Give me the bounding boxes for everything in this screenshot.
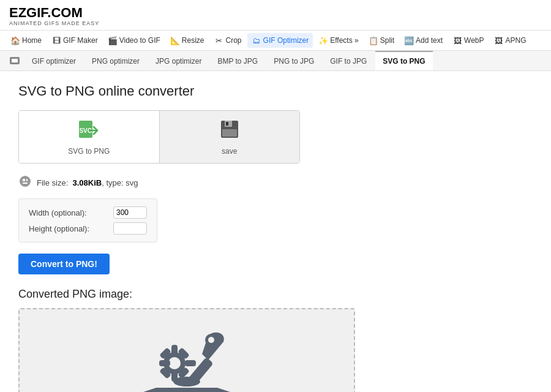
nav-gif-maker-label: GIF Maker: [63, 36, 98, 45]
svg-rect-11: [23, 183, 28, 184]
sub-nav: GIF optimizer PNG optimizer JPG optimize…: [0, 51, 551, 71]
svg-rect-8: [226, 122, 228, 126]
nav-crop-label: Crop: [226, 36, 242, 45]
save-label: save: [222, 147, 237, 156]
convert-button[interactable]: Convert to PNG!: [18, 254, 110, 274]
split-icon: 📋: [369, 36, 378, 45]
subnav-svg-to-png-label: SVG to PNG: [383, 57, 425, 66]
nav-gif-optimizer[interactable]: 🗂 GIF Optimizer: [247, 33, 313, 48]
effects-icon: ✨: [318, 36, 328, 45]
file-info-row: File size: 3.08KiB, type: svg: [18, 175, 533, 191]
subnav-gif-to-jpg[interactable]: GIF to JPG: [323, 51, 374, 70]
svg-point-26: [173, 377, 200, 386]
width-row: Width (optional):: [29, 206, 147, 219]
subnav-png-optimizer-label: PNG optimizer: [92, 57, 140, 66]
nav-webp-label: WebP: [464, 36, 484, 45]
header: EZGIF.COM ANIMATED GIFS MADE EASY: [0, 0, 551, 31]
nav-add-text[interactable]: 🔤 Add text: [400, 33, 447, 48]
nav-gif-optimizer-label: GIF Optimizer: [263, 36, 309, 45]
svg-to-png-option[interactable]: SVG SVG to PNG: [19, 111, 160, 163]
file-size-value: 3.08KiB: [73, 178, 102, 187]
svg-rect-17: [159, 360, 170, 366]
apng-icon: 🖼: [494, 36, 504, 45]
file-icon: [18, 175, 32, 191]
nav-webp[interactable]: 🖼 WebP: [448, 33, 488, 48]
width-label: Width (optional):: [29, 208, 108, 217]
svg-rect-18: [185, 360, 196, 366]
sub-nav-icon: [6, 52, 23, 69]
svg-rect-12: [26, 179, 28, 181]
save-option[interactable]: save: [160, 111, 300, 163]
nav-apng[interactable]: 🖼 APNG: [490, 33, 531, 48]
crop-icon: ✂: [214, 36, 224, 45]
video-icon: 🎬: [108, 36, 118, 45]
svg-to-png-label: SVG to PNG: [68, 147, 110, 156]
main-content: SVG to PNG online converter SVG SVG to P…: [0, 71, 551, 392]
svg-point-9: [20, 176, 31, 187]
subnav-gif-to-jpg-label: GIF to JPG: [330, 57, 367, 66]
convert-options: SVG SVG to PNG save: [18, 110, 300, 164]
svg-to-png-icon: SVG: [78, 118, 100, 145]
converted-image-box: [18, 308, 355, 392]
subnav-png-to-jpg-label: PNG to JPG: [274, 57, 314, 66]
nav-split[interactable]: 📋 Split: [364, 33, 399, 48]
svg-rect-15: [171, 345, 178, 356]
nav-apng-label: APNG: [506, 36, 527, 45]
nav-effects-label: Effects »: [330, 36, 358, 45]
converted-label: Converted PNG image:: [18, 288, 533, 301]
logo-subtitle: ANIMATED GIFS MADE EASY: [9, 20, 542, 26]
nav-crop[interactable]: ✂ Crop: [210, 33, 246, 48]
svg-rect-10: [23, 179, 25, 181]
nav-video-to-gif[interactable]: 🎬 Video to GIF: [103, 33, 165, 48]
nav-video-label: Video to GIF: [119, 36, 160, 45]
gif-optimizer-icon: 🗂: [252, 36, 261, 45]
nav-effects[interactable]: ✨ Effects »: [314, 33, 362, 48]
webp-icon: 🖼: [452, 36, 462, 45]
height-row: Height (optional):: [29, 222, 147, 235]
subnav-jpg-optimizer[interactable]: JPG optimizer: [148, 51, 209, 70]
save-icon: [219, 118, 241, 145]
page-title: SVG to PNG online converter: [18, 83, 533, 99]
width-input[interactable]: [113, 206, 147, 219]
svg-rect-1: [12, 59, 18, 62]
resize-icon: 📐: [170, 36, 180, 45]
nav-home-label: Home: [22, 36, 42, 45]
svg-rect-7: [222, 129, 237, 137]
subnav-svg-to-png[interactable]: SVG to PNG: [375, 51, 432, 70]
subnav-png-optimizer[interactable]: PNG optimizer: [84, 51, 147, 70]
nav-gif-maker[interactable]: 🎞 GIF Maker: [47, 33, 102, 48]
nav-split-label: Split: [380, 36, 394, 45]
subnav-jpg-optimizer-label: JPG optimizer: [156, 57, 201, 66]
top-nav: 🏠 Home 🎞 GIF Maker 🎬 Video to GIF 📐 Resi…: [0, 31, 551, 51]
subnav-bmp-to-jpg[interactable]: BMP to JPG: [210, 51, 265, 70]
nav-add-text-label: Add text: [416, 36, 443, 45]
file-size-label: File size:: [37, 178, 68, 187]
height-input[interactable]: [113, 222, 147, 235]
dimensions-box: Width (optional): Height (optional):: [18, 198, 157, 243]
file-type-label: , type: svg: [102, 178, 138, 187]
subnav-gif-optimizer[interactable]: GIF optimizer: [24, 51, 83, 70]
text-icon: 🔤: [404, 36, 414, 45]
subnav-bmp-to-jpg-label: BMP to JPG: [217, 57, 258, 66]
svg-point-25: [208, 337, 214, 343]
subnav-gif-optimizer-label: GIF optimizer: [32, 57, 76, 66]
file-info-text: File size: 3.08KiB, type: svg: [37, 178, 138, 187]
logo: EZGIF.COM: [9, 6, 542, 20]
height-label: Height (optional):: [29, 224, 108, 233]
nav-resize[interactable]: 📐 Resize: [166, 33, 209, 48]
gif-maker-icon: 🎞: [51, 36, 61, 45]
home-icon: 🏠: [10, 36, 20, 45]
subnav-png-to-jpg[interactable]: PNG to JPG: [266, 51, 321, 70]
nav-resize-label: Resize: [182, 36, 204, 45]
nav-home[interactable]: 🏠 Home: [6, 33, 46, 48]
